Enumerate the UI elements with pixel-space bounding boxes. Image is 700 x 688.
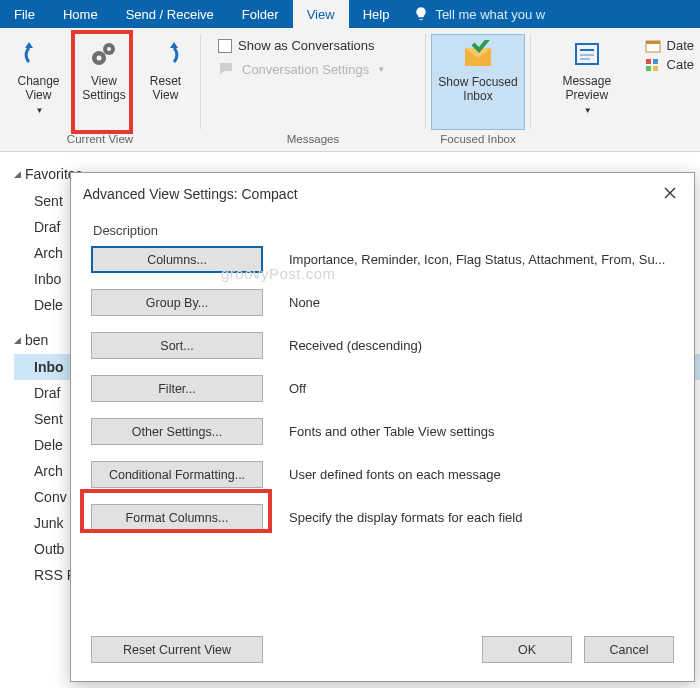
svg-rect-13 [646, 41, 660, 44]
change-view-icon [23, 36, 53, 72]
tab-send-receive[interactable]: Send / Receive [112, 0, 228, 28]
svg-rect-15 [653, 59, 658, 64]
tab-help[interactable]: Help [349, 0, 404, 28]
group-arrangement: Message Preview▼ Date Cate [531, 28, 700, 151]
close-icon [664, 187, 676, 199]
dropdown-caret-icon: ▼ [36, 104, 44, 118]
checkbox-icon [218, 39, 232, 53]
change-view-label: Change View [12, 74, 65, 102]
tab-view[interactable]: View [293, 0, 349, 28]
ribbon-tabs: File Home Send / Receive Folder View Hel… [0, 0, 700, 28]
arrange-date-label: Date [667, 38, 694, 53]
cancel-button[interactable]: Cancel [584, 636, 674, 663]
setting-description: User defined fonts on each message [289, 467, 674, 482]
group-messages: Show as Conversations Conversation Setti… [201, 28, 425, 151]
tab-folder[interactable]: Folder [228, 0, 293, 28]
tab-home[interactable]: Home [49, 0, 112, 28]
nav-account-label: ben [25, 332, 48, 348]
setting-description: Received (descending) [289, 338, 674, 353]
sort-button[interactable]: Sort... [91, 332, 263, 359]
chat-icon [218, 61, 236, 77]
description-label: Description [91, 221, 674, 246]
lightbulb-icon [413, 6, 429, 22]
tell-me-search[interactable]: Tell me what you w [403, 0, 555, 28]
other-settings-button[interactable]: Other Settings... [91, 418, 263, 445]
group-current-view: Change View▼ View Settings Reset View Cu… [0, 28, 200, 151]
collapse-icon: ◢ [14, 169, 21, 179]
arrange-categories-button[interactable]: Cate [645, 57, 694, 72]
setting-row: Columns...Importance, Reminder, Icon, Fl… [91, 246, 674, 273]
filter-button[interactable]: Filter... [91, 375, 263, 402]
collapse-icon: ◢ [14, 335, 21, 345]
tab-file[interactable]: File [0, 0, 49, 28]
svg-rect-16 [646, 66, 651, 71]
group-label-current-view: Current View [67, 130, 133, 149]
reset-current-view-button[interactable]: Reset Current View [91, 636, 263, 663]
dialog-footer: Reset Current View OK Cancel [71, 626, 694, 681]
show-conversations-label: Show as Conversations [238, 38, 375, 53]
setting-description: Importance, Reminder, Icon, Flag Status,… [289, 252, 674, 267]
show-focused-inbox-button[interactable]: Show Focused Inbox [431, 34, 525, 130]
group-label-arrangement [614, 130, 617, 149]
ribbon: Change View▼ View Settings Reset View Cu… [0, 28, 700, 152]
close-button[interactable] [658, 183, 682, 205]
columns-button[interactable]: Columns... [91, 246, 263, 273]
show-focused-inbox-label: Show Focused Inbox [438, 75, 518, 103]
focused-inbox-icon [461, 37, 495, 73]
setting-description: None [289, 295, 674, 310]
message-preview-button[interactable]: Message Preview▼ [537, 34, 637, 130]
arrange-date-button[interactable]: Date [645, 38, 694, 53]
message-preview-label: Message Preview [543, 74, 631, 102]
conditional-formatting-button[interactable]: Conditional Formatting... [91, 461, 263, 488]
advanced-view-settings-dialog: Advanced View Settings: Compact groovyPo… [70, 172, 695, 682]
setting-row: Sort...Received (descending) [91, 332, 674, 359]
svg-rect-14 [646, 59, 651, 64]
conversation-settings-label: Conversation Settings [242, 62, 369, 77]
setting-row: Format Columns...Specify the display for… [91, 504, 674, 531]
calendar-icon [645, 39, 661, 53]
dropdown-caret-icon: ▼ [377, 65, 385, 74]
view-settings-label: View Settings [77, 74, 131, 102]
dialog-body: groovyPost.com Description Columns...Imp… [71, 215, 694, 626]
tell-me-label: Tell me what you w [435, 7, 545, 22]
group-by-button[interactable]: Group By... [91, 289, 263, 316]
reset-view-label: Reset View [143, 74, 188, 102]
change-view-button[interactable]: Change View▼ [6, 34, 71, 130]
arrange-categories-label: Cate [667, 57, 694, 72]
group-label-focused-inbox: Focused Inbox [440, 130, 515, 149]
ok-button[interactable]: OK [482, 636, 572, 663]
show-conversations-checkbox[interactable]: Show as Conversations [218, 38, 375, 53]
svg-marker-0 [25, 42, 33, 48]
setting-description: Specify the display formats for each fie… [289, 510, 674, 525]
setting-description: Fonts and other Table View settings [289, 424, 674, 439]
categories-icon [645, 58, 661, 72]
setting-row: Group By...None [91, 289, 674, 316]
view-settings-button[interactable]: View Settings [71, 34, 137, 130]
svg-rect-17 [653, 66, 658, 71]
setting-row: Other Settings...Fonts and other Table V… [91, 418, 674, 445]
setting-description: Off [289, 381, 674, 396]
dialog-titlebar: Advanced View Settings: Compact [71, 173, 694, 215]
dialog-title: Advanced View Settings: Compact [83, 186, 298, 202]
reset-view-button[interactable]: Reset View [137, 34, 194, 130]
reset-icon [150, 36, 180, 72]
svg-point-4 [107, 47, 111, 51]
setting-row: Filter...Off [91, 375, 674, 402]
format-columns-button[interactable]: Format Columns... [91, 504, 263, 531]
group-focused-inbox: Show Focused Inbox Focused Inbox [426, 28, 530, 151]
message-preview-icon [572, 36, 602, 72]
setting-row: Conditional Formatting...User defined fo… [91, 461, 674, 488]
dropdown-caret-icon: ▼ [584, 104, 592, 118]
gear-icon [87, 36, 121, 72]
svg-marker-5 [170, 42, 178, 48]
svg-point-3 [96, 56, 101, 61]
group-label-messages: Messages [287, 130, 339, 149]
conversation-settings-button: Conversation Settings ▼ [218, 61, 385, 77]
